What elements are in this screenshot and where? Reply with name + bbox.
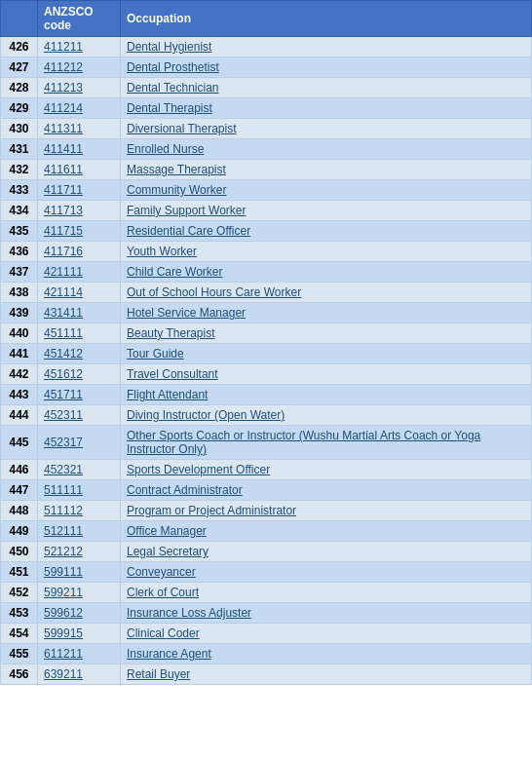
- anzsco-code[interactable]: 411611: [38, 160, 121, 180]
- occupation-name[interactable]: Hotel Service Manager: [121, 303, 532, 323]
- anzsco-code[interactable]: 411716: [38, 242, 121, 262]
- occupation-link[interactable]: Beauty Therapist: [127, 326, 215, 340]
- occupation-name[interactable]: Dental Hygienist: [121, 37, 532, 57]
- anzsco-code[interactable]: 452317: [38, 426, 121, 460]
- occupation-name[interactable]: Dental Therapist: [121, 98, 532, 119]
- anzsco-code-link[interactable]: 411212: [44, 60, 83, 74]
- occupation-link[interactable]: Dental Hygienist: [127, 40, 211, 54]
- anzsco-code-link[interactable]: 451711: [44, 388, 83, 401]
- anzsco-code-link[interactable]: 452317: [44, 436, 83, 449]
- anzsco-code-link[interactable]: 421111: [44, 265, 83, 279]
- anzsco-code-link[interactable]: 411611: [44, 163, 83, 176]
- anzsco-code-link[interactable]: 451111: [44, 326, 83, 340]
- anzsco-code-link[interactable]: 511112: [44, 504, 83, 517]
- anzsco-code[interactable]: 639211: [38, 664, 121, 685]
- anzsco-code-link[interactable]: 411711: [44, 183, 83, 197]
- occupation-name[interactable]: Flight Attendant: [121, 385, 532, 405]
- occupation-link[interactable]: Legal Secretary: [127, 545, 209, 558]
- occupation-link[interactable]: Conveyancer: [127, 565, 196, 579]
- anzsco-code-link[interactable]: 411214: [44, 101, 83, 115]
- occupation-name[interactable]: Clinical Coder: [121, 624, 532, 644]
- anzsco-code[interactable]: 411411: [38, 139, 121, 160]
- occupation-name[interactable]: Dental Technician: [121, 78, 532, 98]
- occupation-name[interactable]: Residential Care Officer: [121, 221, 532, 242]
- anzsco-code[interactable]: 599915: [38, 624, 121, 644]
- occupation-name[interactable]: Retail Buyer: [121, 664, 532, 685]
- occupation-name[interactable]: Dental Prosthetist: [121, 57, 532, 78]
- occupation-name[interactable]: Program or Project Administrator: [121, 501, 532, 521]
- occupation-link[interactable]: Dental Prosthetist: [127, 60, 219, 74]
- anzsco-code[interactable]: 411711: [38, 180, 121, 201]
- anzsco-code-link[interactable]: 611211: [44, 647, 83, 661]
- anzsco-code-link[interactable]: 639211: [44, 667, 83, 681]
- anzsco-code-link[interactable]: 599211: [44, 586, 83, 599]
- occupation-name[interactable]: Contract Administrator: [121, 480, 532, 501]
- anzsco-code[interactable]: 511112: [38, 501, 121, 521]
- anzsco-code-link[interactable]: 452311: [44, 408, 83, 422]
- occupation-name[interactable]: Enrolled Nurse: [121, 139, 532, 160]
- anzsco-code[interactable]: 411212: [38, 57, 121, 78]
- anzsco-code-link[interactable]: 411713: [44, 204, 83, 217]
- anzsco-code-link[interactable]: 451412: [44, 347, 83, 361]
- anzsco-code-link[interactable]: 511111: [44, 483, 83, 497]
- anzsco-code-link[interactable]: 521212: [44, 545, 83, 558]
- occupation-link[interactable]: Clinical Coder: [127, 626, 200, 640]
- occupation-name[interactable]: Massage Therapist: [121, 160, 532, 180]
- anzsco-code[interactable]: 521212: [38, 542, 121, 562]
- anzsco-code[interactable]: 451412: [38, 344, 121, 364]
- occupation-link[interactable]: Insurance Loss Adjuster: [127, 606, 251, 620]
- anzsco-code-link[interactable]: 411311: [44, 122, 83, 135]
- anzsco-code[interactable]: 599211: [38, 583, 121, 603]
- anzsco-code[interactable]: 411211: [38, 37, 121, 57]
- occupation-link[interactable]: Contract Administrator: [127, 483, 243, 497]
- occupation-link[interactable]: Dental Therapist: [127, 101, 212, 115]
- occupation-name[interactable]: Out of School Hours Care Worker: [121, 283, 532, 303]
- anzsco-code[interactable]: 421111: [38, 262, 121, 283]
- anzsco-code-link[interactable]: 599111: [44, 565, 83, 579]
- anzsco-code[interactable]: 452311: [38, 405, 121, 426]
- occupation-link[interactable]: Family Support Worker: [127, 204, 246, 217]
- anzsco-code[interactable]: 599111: [38, 562, 121, 583]
- occupation-link[interactable]: Travel Consultant: [127, 367, 218, 381]
- occupation-name[interactable]: Other Sports Coach or Instructor (Wushu …: [121, 426, 532, 460]
- occupation-link[interactable]: Tour Guide: [127, 347, 184, 361]
- occupation-name[interactable]: Beauty Therapist: [121, 323, 532, 344]
- occupation-name[interactable]: Legal Secretary: [121, 542, 532, 562]
- anzsco-code[interactable]: 411311: [38, 119, 121, 139]
- occupation-name[interactable]: Insurance Loss Adjuster: [121, 603, 532, 624]
- occupation-name[interactable]: Tour Guide: [121, 344, 532, 364]
- occupation-link[interactable]: Insurance Agent: [127, 647, 211, 661]
- anzsco-code-link[interactable]: 411213: [44, 81, 83, 95]
- occupation-link[interactable]: Retail Buyer: [127, 667, 190, 681]
- occupation-link[interactable]: Child Care Worker: [127, 265, 222, 279]
- occupation-link[interactable]: Out of School Hours Care Worker: [127, 285, 301, 299]
- anzsco-code[interactable]: 599612: [38, 603, 121, 624]
- anzsco-code[interactable]: 451111: [38, 323, 121, 344]
- occupation-link[interactable]: Other Sports Coach or Instructor (Wushu …: [127, 429, 480, 456]
- occupation-name[interactable]: Travel Consultant: [121, 364, 532, 385]
- anzsco-code-link[interactable]: 431411: [44, 306, 83, 320]
- anzsco-code-link[interactable]: 421114: [44, 285, 83, 299]
- anzsco-code[interactable]: 411213: [38, 78, 121, 98]
- occupation-link[interactable]: Dental Technician: [127, 81, 219, 95]
- occupation-link[interactable]: Clerk of Court: [127, 586, 199, 599]
- anzsco-code[interactable]: 451711: [38, 385, 121, 405]
- occupation-name[interactable]: Sports Development Officer: [121, 460, 532, 480]
- anzsco-code[interactable]: 411715: [38, 221, 121, 242]
- occupation-link[interactable]: Residential Care Officer: [127, 224, 250, 238]
- occupation-link[interactable]: Enrolled Nurse: [127, 142, 204, 156]
- anzsco-code[interactable]: 431411: [38, 303, 121, 323]
- anzsco-code[interactable]: 512111: [38, 521, 121, 542]
- occupation-link[interactable]: Hotel Service Manager: [127, 306, 246, 320]
- anzsco-code[interactable]: 611211: [38, 644, 121, 664]
- anzsco-code[interactable]: 452321: [38, 460, 121, 480]
- occupation-name[interactable]: Youth Worker: [121, 242, 532, 262]
- anzsco-code-link[interactable]: 512111: [44, 524, 83, 538]
- occupation-link[interactable]: Program or Project Administrator: [127, 504, 296, 517]
- anzsco-code-link[interactable]: 451612: [44, 367, 83, 381]
- anzsco-code-link[interactable]: 411411: [44, 142, 83, 156]
- occupation-name[interactable]: Family Support Worker: [121, 201, 532, 221]
- occupation-name[interactable]: Office Manager: [121, 521, 532, 542]
- anzsco-code-link[interactable]: 452321: [44, 463, 83, 476]
- anzsco-code[interactable]: 421114: [38, 283, 121, 303]
